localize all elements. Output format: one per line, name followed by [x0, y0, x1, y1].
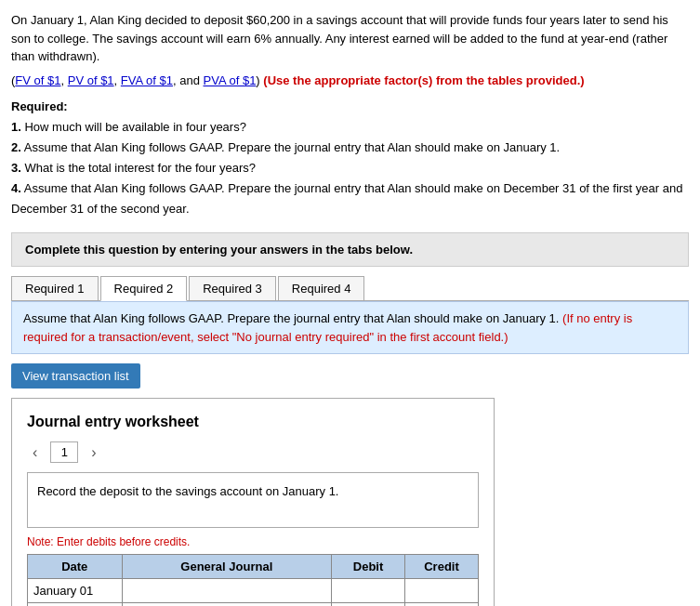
table-row	[28, 603, 479, 606]
fv-link[interactable]: FV of $1	[15, 73, 60, 87]
tabs-row: Required 1 Required 2 Required 3 Require…	[11, 276, 689, 301]
credit-cell-1[interactable]	[405, 579, 479, 603]
required-item-1: 1. How much will be available in four ye…	[11, 117, 689, 138]
journal-cell-1[interactable]	[122, 579, 332, 603]
worksheet-title: Journal entry worksheet	[27, 414, 479, 430]
col-journal: General Journal	[122, 555, 332, 579]
required-item-2: 2. Assume that Alan King follows GAAP. P…	[11, 138, 689, 158]
note-text: Note: Enter debits before credits.	[27, 535, 479, 548]
col-debit: Debit	[332, 555, 405, 579]
required-section: Required: 1. How much will be available …	[11, 97, 689, 220]
worksheet-container: Journal entry worksheet ‹ 1 › Record the…	[11, 398, 495, 606]
date-cell-1: January 01	[28, 579, 123, 603]
journal-table: Date General Journal Debit Credit Januar…	[27, 554, 479, 606]
links-row: (FV of $1, PV of $1, FVA of $1, and PVA …	[11, 73, 689, 87]
required-heading: Required:	[11, 97, 689, 117]
credit-cell-2[interactable]	[405, 603, 479, 606]
debit-cell-1[interactable]	[332, 579, 405, 603]
debit-input-1[interactable]	[337, 584, 399, 598]
journal-cell-2[interactable]	[122, 603, 332, 606]
journal-input-1[interactable]	[128, 584, 326, 598]
date-cell-2	[28, 603, 123, 606]
description-box: Record the deposit to the savings accoun…	[27, 472, 479, 528]
instruction-box: Assume that Alan King follows GAAP. Prep…	[11, 301, 689, 354]
fva-link[interactable]: FVA of $1	[121, 73, 173, 87]
description-text: Record the deposit to the savings accoun…	[37, 484, 338, 498]
tab-required-1[interactable]: Required 1	[11, 276, 99, 300]
complete-box-text: Complete this question by entering your …	[25, 243, 413, 257]
next-arrow[interactable]: ›	[86, 442, 101, 463]
complete-box: Complete this question by entering your …	[11, 232, 689, 267]
tab-required-3[interactable]: Required 3	[189, 276, 276, 300]
view-transaction-button[interactable]: View transaction list	[11, 363, 140, 389]
pva-link[interactable]: PVA of $1	[204, 73, 257, 87]
required-item-3: 3. What is the total interest for the fo…	[11, 158, 689, 178]
intro-text: On January 1, Alan King decided to depos…	[11, 13, 668, 63]
table-row: January 01	[28, 579, 479, 603]
instruction-main: Assume that Alan King follows GAAP. Prep…	[23, 311, 559, 325]
col-date: Date	[28, 555, 123, 579]
debit-cell-2[interactable]	[332, 603, 405, 606]
col-credit: Credit	[405, 555, 479, 579]
nav-row: ‹ 1 ›	[27, 441, 479, 463]
intro-paragraph: On January 1, Alan King decided to depos…	[11, 11, 689, 66]
required-item-4: 4. Assume that Alan King follows GAAP. P…	[11, 178, 689, 219]
use-factors-text: (Use the appropriate factor(s) from the …	[263, 73, 584, 87]
page-number: 1	[50, 441, 78, 463]
prev-arrow[interactable]: ‹	[27, 442, 43, 463]
pv-link[interactable]: PV of $1	[68, 73, 114, 87]
tab-required-4[interactable]: Required 4	[278, 276, 365, 300]
tab-required-2[interactable]: Required 2	[100, 276, 188, 301]
credit-input-1[interactable]	[411, 584, 472, 598]
